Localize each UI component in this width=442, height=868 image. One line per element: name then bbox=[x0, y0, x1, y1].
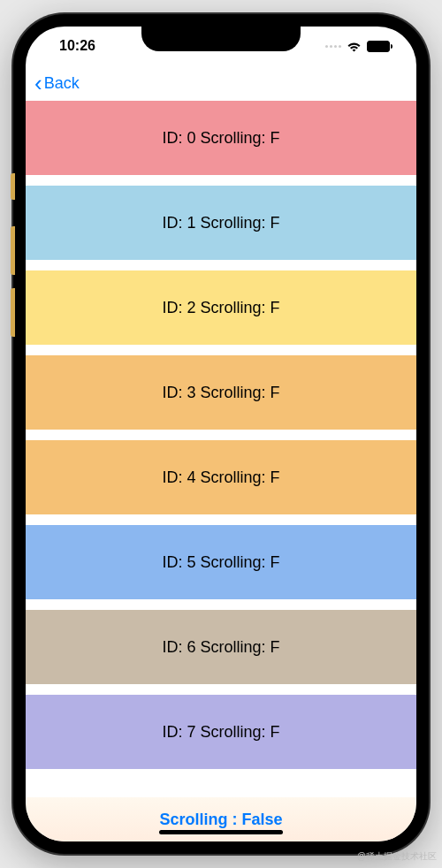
cellular-icon bbox=[325, 45, 341, 48]
list-item-label: ID: 3 Scrolling: F bbox=[162, 384, 279, 402]
watermark: @稀土掘金技术社区 bbox=[357, 850, 437, 863]
side-button bbox=[11, 173, 15, 200]
list-item-label: ID: 4 Scrolling: F bbox=[162, 468, 279, 487]
side-button bbox=[11, 288, 15, 337]
list-item-label: ID: 6 Scrolling: F bbox=[162, 638, 279, 657]
nav-bar: ‹ Back bbox=[26, 65, 416, 101]
status-time: 10:26 bbox=[52, 38, 95, 54]
list-item[interactable]: ID: 5 Scrolling: F bbox=[26, 525, 416, 599]
list-item-label: ID: 0 Scrolling: F bbox=[162, 129, 279, 148]
screen: 10:26 ‹ Back ID: 0 Scrolling: F ID: 1 Sc… bbox=[26, 27, 416, 841]
battery-icon bbox=[367, 41, 390, 52]
back-label: Back bbox=[44, 74, 80, 93]
list-item[interactable]: ID: 3 Scrolling: F bbox=[26, 355, 416, 430]
home-indicator[interactable] bbox=[159, 830, 283, 834]
chevron-left-icon: ‹ bbox=[34, 72, 42, 95]
list-item[interactable]: ID: 2 Scrolling: F bbox=[26, 270, 416, 345]
list-item[interactable]: ID: 4 Scrolling: F bbox=[26, 440, 416, 514]
list-item[interactable]: ID: 1 Scrolling: F bbox=[26, 186, 416, 260]
wifi-icon bbox=[347, 41, 362, 52]
back-button[interactable]: ‹ Back bbox=[34, 72, 80, 95]
list-item-label: ID: 5 Scrolling: F bbox=[162, 553, 279, 572]
list-item[interactable]: ID: 0 Scrolling: F bbox=[26, 101, 416, 175]
list-item-label: ID: 2 Scrolling: F bbox=[162, 299, 279, 317]
list-item[interactable]: ID: 6 Scrolling: F bbox=[26, 610, 416, 684]
scroll-list[interactable]: ID: 0 Scrolling: F ID: 1 Scrolling: F ID… bbox=[26, 101, 416, 797]
footer-status: Scrolling : False bbox=[26, 797, 416, 841]
status-icons bbox=[325, 41, 390, 52]
list-item[interactable]: ID: 7 Scrolling: F bbox=[26, 695, 416, 769]
side-button bbox=[11, 226, 15, 275]
notch bbox=[141, 27, 301, 51]
list-item-label: ID: 7 Scrolling: F bbox=[162, 723, 279, 742]
list-item-label: ID: 1 Scrolling: F bbox=[162, 214, 279, 232]
scrolling-status-label: Scrolling : False bbox=[159, 811, 282, 829]
phone-frame: 10:26 ‹ Back ID: 0 Scrolling: F ID: 1 Sc… bbox=[13, 14, 429, 854]
